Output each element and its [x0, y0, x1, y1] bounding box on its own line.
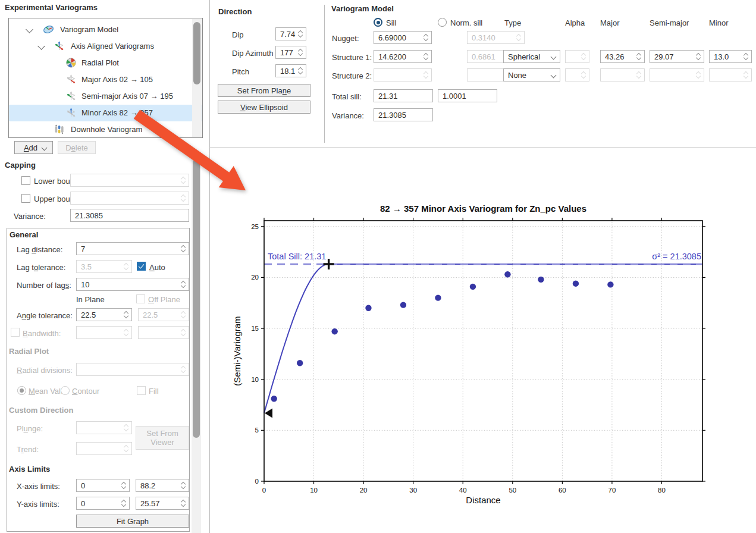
- spinner-buttons[interactable]: [742, 52, 750, 61]
- spinner-buttons[interactable]: [120, 481, 128, 490]
- auto-checkbox[interactable]: [137, 262, 146, 271]
- expander-chevron-icon[interactable]: [26, 26, 33, 33]
- set-from-plane-button[interactable]: Set From Plane: [218, 84, 310, 97]
- spinner-buttons[interactable]: [180, 498, 187, 508]
- spinner-buttons[interactable]: [180, 481, 187, 490]
- off-plane-checkbox[interactable]: [136, 294, 145, 303]
- spinner-buttons[interactable]: [515, 33, 523, 42]
- spinner-buttons[interactable]: [180, 280, 187, 289]
- upper-bound-checkbox[interactable]: [21, 194, 30, 203]
- model-variance-input[interactable]: 21.3085: [374, 108, 433, 121]
- y-axis-max-input[interactable]: 25.57: [136, 497, 189, 510]
- structure1-type-select[interactable]: Spherical: [503, 50, 560, 63]
- fill-checkbox[interactable]: [137, 386, 146, 395]
- nugget-norm-input[interactable]: 0.3140: [467, 31, 525, 44]
- norm-sill-radio[interactable]: [438, 18, 447, 27]
- nugget-sill-input[interactable]: 6.69000: [374, 31, 432, 44]
- add-button[interactable]: Add: [14, 141, 53, 154]
- structure2-alpha-input[interactable]: [565, 68, 589, 81]
- nugget-handle[interactable]: [265, 408, 272, 418]
- spinner-buttons[interactable]: [580, 52, 588, 61]
- spinner-buttons[interactable]: [422, 52, 430, 61]
- spinner-buttons[interactable]: [123, 423, 130, 432]
- structure2-semi-major-input[interactable]: [650, 68, 704, 81]
- spinner-buttons[interactable]: [180, 365, 187, 374]
- structure2-type-select[interactable]: None: [503, 68, 560, 81]
- spinner-buttons[interactable]: [422, 33, 430, 42]
- lower-bound-input[interactable]: [70, 174, 189, 187]
- spinner-buttons[interactable]: [695, 52, 702, 61]
- tree-item-minor-axis-82-357[interactable]: Minor Axis 82 → 357: [9, 105, 202, 121]
- spinner-buttons[interactable]: [180, 328, 187, 337]
- tree-item-radial-plot[interactable]: Radial Plot: [9, 55, 202, 71]
- lag-distance-input[interactable]: 7: [76, 242, 189, 255]
- fit-graph-button[interactable]: Fit Graph: [76, 515, 189, 528]
- spinner-buttons[interactable]: [422, 70, 430, 80]
- expander-chevron-icon[interactable]: [37, 42, 45, 50]
- total-sill-input[interactable]: 21.31: [374, 89, 433, 102]
- spinner-buttons[interactable]: [120, 498, 128, 508]
- pitch-input[interactable]: 18.1: [275, 64, 306, 77]
- spinner-buttons[interactable]: [635, 70, 643, 80]
- capping-variance-input[interactable]: 21.3085: [70, 209, 189, 222]
- spinner-buttons[interactable]: [123, 328, 130, 337]
- angle-tolerance-in-plane-input[interactable]: 22.5: [76, 308, 132, 321]
- spinner-buttons[interactable]: [123, 444, 130, 453]
- tree-item-variogram-model[interactable]: Variogram Model: [9, 21, 202, 38]
- structure1-sill-input[interactable]: 14.6200: [374, 50, 432, 63]
- variogram-chart-area[interactable]: 010203040506070800510152025Total Sill: 2…: [214, 148, 756, 533]
- spinner-buttons[interactable]: [297, 66, 305, 76]
- tree-item-major-axis-02-105[interactable]: Major Axis 02 → 105: [9, 71, 202, 88]
- tree-item-semi-major-axis-07-195[interactable]: Semi-major Axis 07 → 195: [9, 88, 202, 105]
- y-axis-min-input[interactable]: 0: [76, 497, 130, 510]
- spinner-buttons[interactable]: [180, 175, 187, 185]
- plunge-input[interactable]: [76, 421, 132, 434]
- view-ellipsoid-button[interactable]: View Ellipsoid: [218, 101, 310, 114]
- structure1-semi-major-input[interactable]: 29.07: [650, 50, 704, 63]
- structure1-alpha-input[interactable]: [565, 50, 589, 63]
- structure1-major-input[interactable]: 43.26: [600, 50, 645, 63]
- lower-bound-checkbox[interactable]: [21, 176, 30, 185]
- trend-input[interactable]: [76, 442, 132, 455]
- delete-button[interactable]: Delete: [58, 141, 96, 154]
- panel-scrollbar-thumb[interactable]: [193, 159, 200, 438]
- tree-item-axis-aligned-variograms[interactable]: Axis Aligned Variograms: [9, 38, 202, 55]
- spinner-buttons[interactable]: [123, 310, 130, 319]
- structure2-major-input[interactable]: [600, 68, 645, 81]
- spinner-buttons[interactable]: [123, 262, 130, 271]
- radial-divisions-input[interactable]: [76, 363, 189, 376]
- bandwidth-off-plane-input[interactable]: [138, 326, 189, 339]
- variogram-chart[interactable]: 010203040506070800510152025Total Sill: 2…: [214, 148, 756, 533]
- spinner-buttons[interactable]: [180, 310, 187, 319]
- x-axis-min-input[interactable]: 0: [76, 479, 130, 492]
- structure2-sill-input[interactable]: [374, 68, 432, 81]
- mean-value-radio[interactable]: [17, 386, 26, 395]
- spinner-buttons[interactable]: [180, 193, 187, 203]
- upper-bound-input[interactable]: [70, 192, 189, 205]
- spinner-buttons[interactable]: [580, 70, 588, 80]
- x-axis-max-input[interactable]: 88.2: [136, 479, 189, 492]
- left-panel-divider[interactable]: [209, 0, 210, 533]
- structure2-minor-input[interactable]: [709, 68, 752, 81]
- spinner-buttons[interactable]: [297, 29, 305, 39]
- dip-input[interactable]: 7.74: [275, 27, 306, 40]
- tree-scrollbar-thumb[interactable]: [193, 22, 200, 84]
- set-from-viewer-button[interactable]: Set From Viewer: [136, 426, 189, 450]
- spinner-buttons[interactable]: [742, 70, 750, 80]
- bandwidth-in-plane-input[interactable]: [76, 326, 132, 339]
- tree-item-downhole-variogram[interactable]: Downhole Variogram: [9, 121, 202, 138]
- spinner-buttons[interactable]: [635, 52, 643, 61]
- total-sill-norm-input[interactable]: 1.0001: [438, 89, 497, 102]
- number-of-lags-input[interactable]: 10: [76, 278, 189, 291]
- spinner-buttons[interactable]: [695, 70, 702, 80]
- spinner-buttons[interactable]: [297, 48, 305, 57]
- contour-radio[interactable]: [61, 386, 70, 395]
- bandwidth-checkbox[interactable]: [11, 328, 20, 337]
- variogram-tree[interactable]: Variogram Model Axis Aligned VariogramsR…: [8, 18, 203, 138]
- dip-azimuth-input[interactable]: 177: [275, 46, 306, 59]
- sill-radio[interactable]: [374, 18, 382, 27]
- structure1-minor-input[interactable]: 13.0: [709, 50, 752, 63]
- lag-tolerance-input[interactable]: 3.5: [76, 260, 132, 273]
- angle-tolerance-off-plane-input[interactable]: 22.5: [138, 308, 189, 321]
- spinner-buttons[interactable]: [180, 244, 187, 253]
